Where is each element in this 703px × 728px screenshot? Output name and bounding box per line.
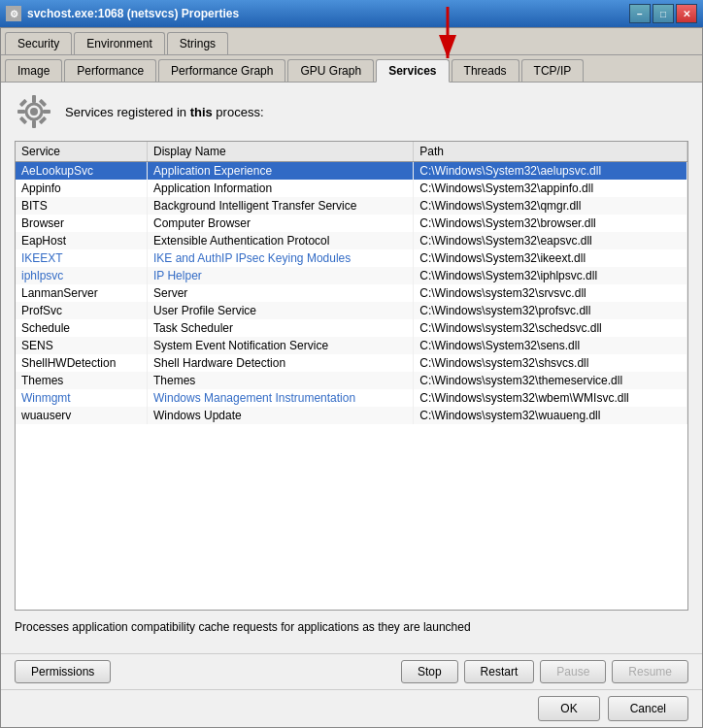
tab-strings[interactable]: Strings — [167, 32, 228, 54]
gear-services-icon — [15, 92, 53, 131]
cell-path: C:\Windows\system32\profsvc.dll — [414, 302, 687, 319]
cell-display: IKE and AuthIP IPsec Keying Modules — [148, 249, 414, 267]
stop-button[interactable]: Stop — [401, 660, 458, 683]
window-controls: − □ ✕ — [629, 4, 697, 23]
cell-path: C:\Windows\system32\themeservice.dll — [414, 372, 687, 389]
cell-service: LanmanServer — [16, 284, 148, 302]
table-row[interactable]: ProfSvcUser Profile ServiceC:\Windows\sy… — [16, 302, 687, 319]
cell-service: ProfSvc — [16, 302, 148, 319]
table-row[interactable]: LanmanServerServerC:\Windows\system32\sr… — [16, 284, 687, 302]
svg-point-3 — [30, 108, 38, 116]
cancel-button[interactable]: Cancel — [608, 696, 688, 721]
cell-path: C:\Windows\System32\iphlpsvc.dll — [414, 267, 687, 284]
cell-path: C:\Windows\system32\schedsvc.dll — [414, 319, 687, 337]
services-header-text: Services registered in this process: — [65, 105, 264, 119]
title-text: svchost.exe:1068 (netsvcs) Properties — [27, 7, 629, 20]
table-row[interactable]: WinmgmtWindows Management Instrumentatio… — [16, 389, 687, 407]
svg-rect-10 — [19, 116, 27, 124]
cell-path: C:\Windows\system32\wbem\WMIsvc.dll — [414, 389, 687, 407]
cell-service: EapHost — [16, 232, 148, 249]
cell-service: ShellHWDetection — [16, 354, 148, 372]
table-row[interactable]: SENSSystem Event Notification ServiceC:\… — [16, 337, 687, 354]
table-row[interactable]: ScheduleTask SchedulerC:\Windows\system3… — [16, 319, 687, 337]
cell-service: Schedule — [16, 319, 148, 337]
tab-threads[interactable]: Threads — [452, 59, 519, 82]
minimize-button[interactable]: − — [629, 4, 651, 23]
title-bar: ⚙ svchost.exe:1068 (netsvcs) Properties … — [0, 0, 703, 27]
tab-image[interactable]: Image — [5, 59, 62, 82]
col-path: Path — [414, 142, 687, 162]
cell-display: Windows Management Instrumentation — [148, 389, 414, 407]
tab-services[interactable]: Services — [376, 59, 449, 83]
tab-environment[interactable]: Environment — [74, 32, 164, 54]
close-button[interactable]: ✕ — [676, 4, 697, 23]
cell-path: C:\Windows\System32\qmgr.dll — [414, 197, 687, 215]
tab-security[interactable]: Security — [5, 32, 72, 54]
bottom-tab-row-wrapper: Image Performance Performance Graph GPU … — [1, 55, 702, 83]
bottom-tab-row: Image Performance Performance Graph GPU … — [1, 55, 702, 83]
table-row[interactable]: ShellHWDetectionShell Hardware Detection… — [16, 354, 687, 372]
cell-path: C:\Windows\system32\wuaueng.dll — [414, 407, 687, 424]
cell-service: Appinfo — [16, 180, 148, 197]
cell-display: User Profile Service — [148, 302, 414, 319]
maximize-button[interactable]: □ — [653, 4, 674, 23]
table-row[interactable]: wuauservWindows UpdateC:\Windows\system3… — [16, 407, 687, 424]
content-area: Services registered in this process: Ser… — [1, 83, 702, 653]
cell-service: Winmgmt — [16, 389, 148, 407]
table-row[interactable]: BrowserComputer BrowserC:\Windows\System… — [16, 215, 687, 232]
pause-button[interactable]: Pause — [540, 660, 606, 683]
cell-path: C:\Windows\System32\ikeext.dll — [414, 249, 687, 267]
cell-service: IKEEXT — [16, 249, 148, 267]
cell-service: Themes — [16, 372, 148, 389]
table-row[interactable]: BITSBackground Intelligent Transfer Serv… — [16, 197, 687, 215]
ok-button[interactable]: OK — [538, 696, 599, 721]
table-row[interactable]: AeLookupSvcApplication ExperienceC:\Wind… — [16, 162, 687, 181]
svg-rect-7 — [43, 110, 50, 114]
cell-service: BITS — [16, 197, 148, 215]
tab-tcpip[interactable]: TCP/IP — [521, 59, 585, 82]
resume-button[interactable]: Resume — [612, 660, 688, 683]
col-display: Display Name — [148, 142, 414, 162]
table-row[interactable]: IKEEXTIKE and AuthIP IPsec Keying Module… — [16, 249, 687, 267]
cell-display: Extensible Authentication Protocol — [148, 232, 414, 249]
tab-gpu-graph[interactable]: GPU Graph — [287, 59, 374, 82]
cell-display: Application Information — [148, 180, 414, 197]
services-table: Service Display Name Path AeLookupSvcApp… — [16, 142, 687, 424]
services-header: Services registered in this process: — [15, 92, 688, 131]
cell-path: C:\Windows\System32\appinfo.dll — [414, 180, 687, 197]
table-row[interactable]: ThemesThemesC:\Windows\system32\themeser… — [16, 372, 687, 389]
cell-service: AeLookupSvc — [16, 162, 148, 181]
svg-rect-4 — [32, 95, 36, 103]
status-text: Processes application compatibility cach… — [15, 620, 688, 634]
cell-service: wuauserv — [16, 407, 148, 424]
table-row[interactable]: EapHostExtensible Authentication Protoco… — [16, 232, 687, 249]
cell-display: Themes — [148, 372, 414, 389]
cell-service: Browser — [16, 215, 148, 232]
cell-display: Background Intelligent Transfer Service — [148, 197, 414, 215]
top-tab-row: Security Environment Strings — [1, 28, 702, 55]
svg-rect-6 — [17, 110, 25, 114]
cell-display: Server — [148, 284, 414, 302]
tab-performance[interactable]: Performance — [64, 59, 156, 82]
cell-display: Windows Update — [148, 407, 414, 424]
cell-display: Computer Browser — [148, 215, 414, 232]
cell-path: C:\Windows\System32\aelupsvc.dll — [414, 162, 687, 181]
cell-display: System Event Notification Service — [148, 337, 414, 354]
svg-rect-5 — [32, 120, 36, 128]
cell-display: IP Helper — [148, 267, 414, 284]
cell-path: C:\Windows\System32\browser.dll — [414, 215, 687, 232]
table-row[interactable]: AppinfoApplication InformationC:\Windows… — [16, 180, 687, 197]
cell-display: Application Experience — [148, 162, 414, 181]
cell-path: C:\Windows\system32\srvsvc.dll — [414, 284, 687, 302]
cell-service: iphlpsvc — [16, 267, 148, 284]
svg-rect-8 — [19, 99, 27, 107]
restart-button[interactable]: Restart — [464, 660, 535, 683]
col-service: Service — [16, 142, 148, 162]
table-row[interactable]: iphlpsvcIP HelperC:\Windows\System32\iph… — [16, 267, 687, 284]
dialog: Security Environment Strings Image Perfo… — [0, 27, 703, 728]
permissions-button[interactable]: Permissions — [15, 660, 111, 683]
tab-performance-graph[interactable]: Performance Graph — [158, 59, 285, 82]
services-table-container: Service Display Name Path AeLookupSvcApp… — [15, 141, 688, 611]
cell-path: C:\Windows\System32\eapsvc.dll — [414, 232, 687, 249]
ok-cancel-row: OK Cancel — [1, 689, 702, 727]
